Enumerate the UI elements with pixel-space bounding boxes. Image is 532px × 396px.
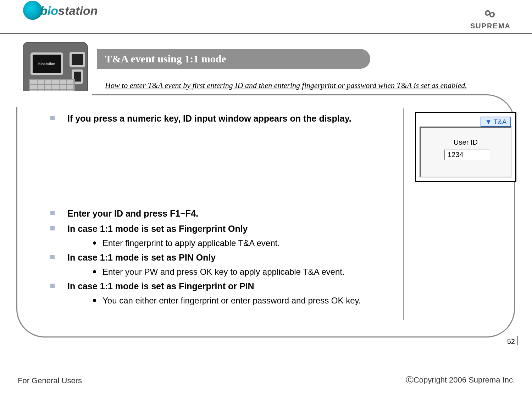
device-screen-inner: User ID 1234 [420,127,512,178]
bullet-3-sub-1: Enter fingerprint to apply applicable T&… [43,237,394,250]
logo-io: io [48,4,58,17]
section-title-pill: T&A event using 1:1 mode [97,49,370,69]
bullet-1-text: If you press a numeric key, ID input win… [67,112,351,125]
bullet-5-text: In case 1:1 mode is set as Fingerprint o… [67,280,254,292]
square-bullet-icon [50,284,55,288]
device-screen-icon: biostation [31,52,63,75]
footer-left: For General Users [18,376,82,385]
section-subtitle: How to enter T&A event by first entering… [105,81,502,90]
bullet-4-sub-1-text: Enter your PW and press OK key to apply … [102,266,345,278]
panel-open-corner [14,91,92,107]
square-bullet-icon [50,116,55,120]
spacer [43,127,394,207]
bullet-2: Enter your ID and press F1~F4. [43,207,394,220]
bullet-1: If you press a numeric key, ID input win… [43,112,394,125]
footer-right: ⒸCopyright 2006 Suprema Inc. [406,375,515,385]
bullet-5-sub-1: You can either enter fingerprint or ente… [43,295,394,307]
infinity-icon: ∞ [482,3,499,23]
tna-dropdown-tab: ▼ T&A [481,117,511,127]
dot-bullet-icon [93,270,96,273]
panel-divider [403,108,404,320]
bullet-3-text: In case 1:1 mode is set as Fingerprint O… [67,222,248,235]
header: biostation ∞ SUPREMA [0,0,532,34]
logo-rest: station [58,4,98,17]
device-speaker-icon [70,52,85,67]
bullet-4-text: In case 1:1 mode is set as PIN Only [67,251,216,264]
content-column: If you press a numeric key, ID input win… [43,112,401,308]
user-id-label: User ID [421,138,511,146]
bullet-5: In case 1:1 mode is set as Fingerprint o… [43,280,394,292]
bullet-4-sub-1: Enter your PW and press OK key to apply … [43,266,394,278]
device-screen-mock: ▼ T&A User ID 1234 [415,112,516,182]
bullet-3-sub-1-text: Enter fingerprint to apply applicable T&… [102,237,280,250]
square-bullet-icon [50,211,55,215]
section-title: T&A event using 1:1 mode [105,53,226,65]
bullet-4: In case 1:1 mode is set as PIN Only [43,251,394,264]
bullet-5-sub-1-text: You can either enter fingerprint or ente… [102,295,361,307]
page-number-divider [517,336,518,345]
suprema-text: SUPREMA [470,22,511,30]
user-id-value: 1234 [444,150,490,160]
page-number: 52 [507,338,515,346]
bullet-2-text: Enter your ID and press F1~F4. [67,207,198,220]
dot-bullet-icon [93,241,96,245]
suprema-logo: ∞ SUPREMA [470,4,511,30]
square-bullet-icon [50,226,55,230]
biostation-swirl-icon [23,1,42,20]
bullet-3: In case 1:1 mode is set as Fingerprint O… [43,222,394,235]
square-bullet-icon [50,255,55,259]
dot-bullet-icon [93,299,96,302]
biostation-logo: biostation [23,2,98,21]
